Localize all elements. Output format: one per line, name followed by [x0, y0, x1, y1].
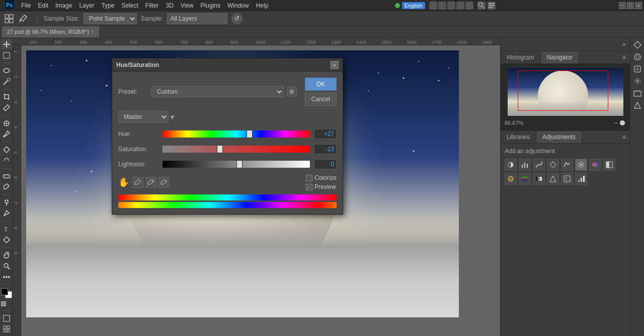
exposure-adj-btn[interactable] — [547, 159, 559, 171]
hue-slider-container[interactable] — [163, 130, 310, 138]
right-tool-4[interactable] — [632, 76, 643, 87]
toolbar-icon-5[interactable] — [465, 2, 473, 10]
right-tool-6[interactable] — [632, 100, 643, 111]
collapse-panel-btn[interactable]: » — [620, 40, 628, 49]
menu-window[interactable]: Window — [224, 1, 252, 10]
preset-gear-btn[interactable]: ⚙ — [287, 87, 297, 97]
light-slider-thumb[interactable] — [236, 160, 243, 168]
workspace-icon[interactable] — [488, 2, 496, 10]
paint-bucket-tool[interactable] — [1, 182, 12, 192]
channel-dropdown-icon[interactable]: ▾ — [171, 113, 174, 121]
channel-select[interactable]: Master — [118, 111, 169, 123]
navigator-panel-menu[interactable]: ≡ — [618, 51, 630, 63]
histogram-tab[interactable]: Histogram — [501, 51, 541, 63]
menu-image[interactable]: Image — [52, 1, 75, 10]
black-white-adj-btn[interactable] — [603, 159, 615, 171]
history-brush-tool[interactable] — [1, 156, 12, 166]
navigator-tab[interactable]: Navigator — [541, 51, 579, 63]
tab-close-btn[interactable]: × — [91, 29, 94, 34]
menu-select[interactable]: Select — [118, 1, 141, 10]
color-swatches[interactable] — [1, 288, 12, 298]
preview-checkbox-label[interactable]: Preview — [306, 183, 337, 190]
quick-mask-icon[interactable] — [1, 301, 6, 306]
remove-sample-eyedropper-btn[interactable]: − — [158, 177, 170, 188]
hand-tool-dialog[interactable]: ✋ — [118, 177, 129, 188]
refresh-btn[interactable]: ↺ — [231, 13, 243, 24]
shape-tool[interactable] — [1, 235, 12, 245]
screen-mode-icon[interactable] — [1, 313, 12, 323]
sat-value-input[interactable]: -13 — [314, 144, 337, 154]
vibrance-adj-btn[interactable] — [561, 159, 573, 171]
menu-type[interactable]: Type — [98, 1, 117, 10]
selective-color-adj-btn[interactable] — [547, 173, 559, 185]
gradient-map-adj-btn[interactable] — [533, 173, 545, 185]
add-sample-eyedropper-btn[interactable]: + — [145, 177, 156, 188]
menu-edit[interactable]: Edit — [35, 1, 51, 10]
menu-help[interactable]: Help — [253, 1, 272, 10]
minimize-btn[interactable]: − — [619, 2, 626, 9]
colorize-checkbox[interactable] — [306, 175, 312, 181]
search-icon[interactable] — [477, 2, 486, 10]
ok-btn[interactable]: OK — [305, 78, 337, 91]
libraries-tab[interactable]: Libraries — [501, 131, 536, 143]
right-tool-2[interactable] — [632, 51, 643, 62]
pen-tool[interactable] — [1, 208, 12, 218]
document-tab[interactable]: 27.psd @ 66.7% (Moon, RGB/8*) × — [2, 26, 100, 37]
hand-tool-left[interactable] — [1, 250, 12, 260]
sample-eyedropper-btn[interactable] — [132, 177, 143, 188]
rectangular-marquee-tool[interactable] — [1, 50, 12, 60]
posterize-adj-btn[interactable] — [575, 173, 587, 185]
dodge-tool[interactable] — [1, 197, 12, 208]
adjustments-panel-menu[interactable]: ≡ — [618, 131, 630, 143]
sat-slider-container[interactable] — [163, 146, 310, 153]
colorize-checkbox-label[interactable]: Colorize — [306, 174, 337, 181]
right-tool-5[interactable] — [632, 88, 643, 99]
crop-tool[interactable] — [1, 92, 12, 102]
menu-3d[interactable]: 3D — [163, 1, 176, 10]
menu-view[interactable]: View — [178, 1, 197, 10]
clone-stamp-tool[interactable] — [1, 145, 12, 155]
brightness-contrast-adj-btn[interactable] — [505, 159, 517, 171]
curves-adj-btn[interactable] — [533, 159, 545, 171]
text-tool[interactable]: T — [1, 224, 12, 234]
eyedropper-tool[interactable] — [1, 103, 12, 113]
channel-mixer-adj-btn[interactable] — [519, 173, 531, 185]
lasso-tool[interactable] — [1, 65, 12, 76]
sample-size-select[interactable]: Point Sample — [84, 13, 137, 24]
magic-wand-tool[interactable] — [1, 77, 12, 87]
eraser-tool[interactable] — [1, 171, 12, 181]
sample-input[interactable] — [167, 13, 227, 24]
frame-tool-icon[interactable] — [1, 324, 12, 334]
hue-value-input[interactable]: +27 — [314, 129, 337, 139]
menu-filter[interactable]: Filter — [142, 1, 162, 10]
menu-ps-logo[interactable]: Ps — [2, 0, 17, 12]
cancel-btn[interactable]: Cancel — [305, 93, 337, 106]
nav-zoom-out-btn[interactable]: − — [614, 119, 618, 127]
light-value-input[interactable]: 0 — [314, 159, 337, 169]
hue-saturation-dialog[interactable]: Hue/Saturation × Preset: Custom — [112, 58, 343, 215]
right-tool-1[interactable] — [632, 39, 643, 50]
move-tool[interactable] — [1, 39, 12, 49]
dialog-close-btn[interactable]: × — [331, 61, 339, 69]
nav-slider-thumb[interactable] — [620, 120, 625, 125]
invert-adj-btn[interactable]: I — [561, 173, 573, 185]
extra-tool[interactable] — [1, 272, 12, 282]
toolbar-icon-1[interactable] — [429, 2, 437, 10]
hue-sat-adj-btn[interactable] — [575, 159, 587, 171]
healing-brush-tool[interactable] — [1, 118, 12, 128]
brush-tool[interactable] — [1, 129, 12, 140]
toolbar-icon-2[interactable] — [438, 2, 446, 10]
hue-slider-thumb[interactable] — [247, 130, 253, 138]
light-slider-container[interactable] — [163, 161, 310, 168]
close-window-btn[interactable]: × — [635, 2, 642, 9]
sat-slider-thumb[interactable] — [217, 145, 223, 153]
photo-filter-adj-btn[interactable] — [505, 173, 517, 185]
adjustments-tab[interactable]: Adjustments — [536, 131, 582, 143]
zoom-tool[interactable] — [1, 261, 12, 271]
menu-plugins[interactable]: Plugins — [198, 1, 223, 10]
menu-file[interactable]: File — [18, 1, 34, 10]
maximize-btn[interactable]: □ — [627, 2, 634, 9]
levels-adj-btn[interactable] — [519, 159, 531, 171]
right-tool-3[interactable] — [632, 63, 643, 75]
foreground-color-swatch[interactable] — [1, 288, 8, 295]
